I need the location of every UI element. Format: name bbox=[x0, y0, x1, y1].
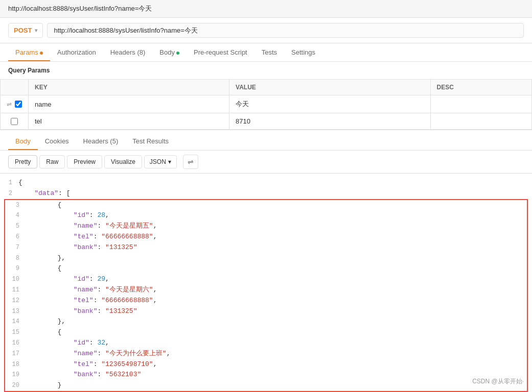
param-key: name bbox=[29, 95, 229, 113]
line-number: 15 bbox=[7, 327, 26, 337]
line-number: 18 bbox=[7, 359, 26, 370]
json-line: 1{ bbox=[0, 178, 532, 188]
tab-settings[interactable]: Settings bbox=[284, 43, 322, 61]
row-controls: ⇌ bbox=[1, 95, 29, 113]
response-tab-cookies[interactable]: Cookies bbox=[38, 132, 76, 150]
format-chevron-icon: ▾ bbox=[168, 158, 171, 165]
line-number: 17 bbox=[7, 349, 26, 359]
body-dot bbox=[176, 52, 179, 55]
line-content: { bbox=[26, 263, 525, 274]
format-btn-raw[interactable]: Raw bbox=[39, 155, 65, 168]
response-tabs: Body Cookies Headers (5) Test Results bbox=[0, 132, 532, 151]
line-number: 4 bbox=[7, 210, 26, 220]
param-desc bbox=[430, 113, 531, 130]
method-chevron-icon: ▾ bbox=[35, 28, 37, 33]
line-number: 8 bbox=[7, 253, 26, 263]
json-line: 3 { bbox=[5, 200, 527, 211]
tab-headers[interactable]: Headers (8) bbox=[103, 43, 153, 61]
json-line: 5 "name": "今天是星期五", bbox=[5, 221, 527, 232]
format-btn-visualize[interactable]: Visualize bbox=[104, 155, 142, 168]
line-content: }, bbox=[26, 316, 525, 327]
format-bar: Pretty Raw Preview Visualize JSON ▾ ⇌ bbox=[0, 151, 532, 174]
url-input[interactable] bbox=[47, 23, 524, 38]
line-content: { bbox=[18, 178, 532, 188]
line-number: 13 bbox=[7, 306, 26, 316]
json-line: 16 "id": 32, bbox=[5, 338, 527, 349]
param-value: 8710 bbox=[229, 113, 431, 130]
response-tab-body[interactable]: Body bbox=[8, 132, 38, 150]
line-number: 1 bbox=[0, 178, 18, 188]
json-line: 15 { bbox=[5, 327, 527, 338]
line-content: "id": 32, bbox=[26, 338, 525, 349]
line-number: 14 bbox=[7, 316, 26, 327]
line-number: 6 bbox=[7, 232, 26, 242]
line-content: "name": "今天是星期五", bbox=[26, 221, 525, 232]
json-line: 12 "tel": "66666668888", bbox=[5, 296, 527, 306]
request-tabs: Params Authorization Headers (8) Body Pr… bbox=[0, 43, 532, 62]
params-dot bbox=[40, 52, 43, 55]
tab-authorization[interactable]: Authorization bbox=[50, 43, 103, 61]
json-line: 4 "id": 28, bbox=[5, 210, 527, 221]
line-content: { bbox=[26, 327, 525, 338]
format-btn-preview[interactable]: Preview bbox=[67, 155, 102, 168]
json-line: 8 }, bbox=[5, 253, 527, 264]
param-desc bbox=[430, 95, 531, 113]
watermark: CSDN @从零开始· bbox=[472, 377, 524, 386]
col-value: VALUE bbox=[229, 80, 431, 95]
json-line: 7 "bank": "131325" bbox=[5, 242, 527, 253]
filter-icon[interactable]: ⇌ bbox=[7, 101, 12, 108]
json-line: 2 "data": [ bbox=[0, 188, 532, 199]
query-params-title: Query Params bbox=[0, 62, 532, 79]
line-content: } bbox=[26, 380, 525, 391]
method-label: POST bbox=[14, 27, 32, 34]
line-content: "tel": "66666668888", bbox=[26, 296, 525, 306]
wrap-button[interactable]: ⇌ bbox=[183, 155, 198, 169]
response-tab-headers[interactable]: Headers (5) bbox=[76, 132, 126, 150]
json-line: 9 { bbox=[5, 263, 527, 274]
line-content: "bank": "131325" bbox=[26, 242, 525, 253]
col-desc: DESC bbox=[430, 80, 531, 95]
json-line: 10 "id": 29, bbox=[5, 274, 527, 285]
col-key: KEY bbox=[29, 80, 229, 95]
json-viewer: 1{2 "data": [3 {4 "id": 28,5 "name": "今天… bbox=[0, 174, 532, 392]
row-checkbox[interactable] bbox=[11, 118, 18, 125]
tab-body[interactable]: Body bbox=[152, 43, 187, 61]
line-content: "name": "今天为什么要上班", bbox=[26, 349, 525, 359]
json-line: 11 "name": "今天是星期六", bbox=[5, 285, 527, 296]
json-line: 17 "name": "今天为什么要上班", bbox=[5, 349, 527, 359]
json-line: 18 "tel": "12365498710", bbox=[5, 359, 527, 370]
line-number: 9 bbox=[7, 263, 26, 274]
json-line: 13 "bank": "131325" bbox=[5, 306, 527, 317]
line-number: 10 bbox=[7, 274, 26, 284]
method-dropdown[interactable]: POST ▾ bbox=[8, 23, 43, 38]
line-number: 11 bbox=[7, 285, 26, 295]
row-checkbox[interactable] bbox=[15, 101, 22, 108]
line-number: 5 bbox=[7, 221, 26, 231]
param-key: tel bbox=[29, 113, 229, 130]
row-controls bbox=[1, 113, 29, 130]
format-btn-pretty[interactable]: Pretty bbox=[8, 155, 37, 168]
tab-pre-request[interactable]: Pre-request Script bbox=[187, 43, 255, 61]
tab-params[interactable]: Params bbox=[8, 43, 50, 61]
table-row: ⇌name今天 bbox=[1, 95, 532, 113]
json-line: 6 "tel": "66666668888", bbox=[5, 232, 527, 242]
param-value: 今天 bbox=[229, 95, 431, 113]
line-content: "tel": "66666668888", bbox=[26, 232, 525, 242]
line-content: { bbox=[26, 200, 525, 211]
response-tab-testresults[interactable]: Test Results bbox=[125, 132, 176, 150]
table-row: tel8710 bbox=[1, 113, 532, 130]
line-number: 19 bbox=[7, 370, 26, 380]
line-number: 7 bbox=[7, 242, 26, 253]
line-content: "id": 28, bbox=[26, 210, 525, 221]
line-content: "tel": "12365498710", bbox=[26, 359, 525, 370]
json-line: 14 }, bbox=[5, 316, 527, 327]
params-table: KEY VALUE DESC ⇌name今天tel8710 bbox=[0, 79, 532, 130]
json-highlighted-block: 3 {4 "id": 28,5 "name": "今天是星期五",6 "tel"… bbox=[4, 199, 528, 392]
format-type-select[interactable]: JSON ▾ bbox=[144, 155, 177, 168]
title-url: http://localhost:8888/sysUser/listInfo?n… bbox=[8, 5, 152, 12]
line-content: "bank": "5632103" bbox=[26, 370, 525, 380]
tab-tests[interactable]: Tests bbox=[255, 43, 284, 61]
line-content: "name": "今天是星期六", bbox=[26, 285, 525, 296]
line-number: 3 bbox=[7, 200, 26, 210]
line-content: "bank": "131325" bbox=[26, 306, 525, 317]
